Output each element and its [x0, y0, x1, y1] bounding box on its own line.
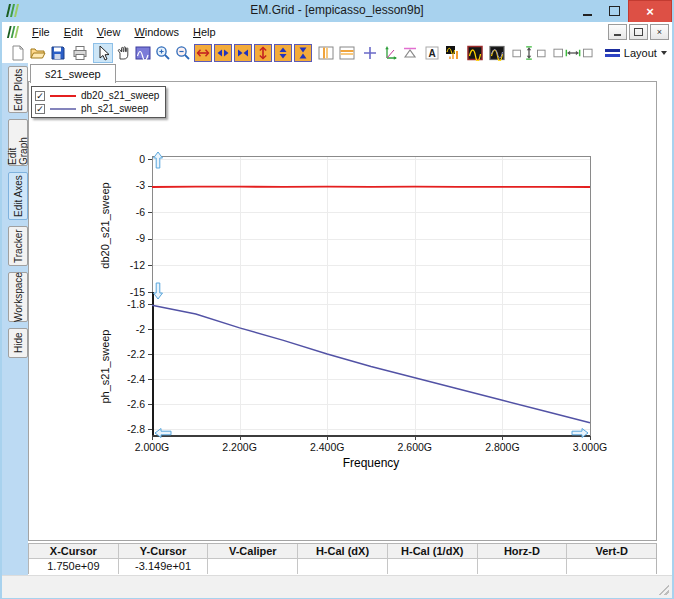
- menu-item-edit[interactable]: Edit: [57, 24, 90, 40]
- vertical-bands-icon: [318, 45, 334, 61]
- compress-x-axis-button[interactable]: [234, 44, 252, 62]
- status-value-cell: [388, 559, 478, 574]
- expand-y-axis-button[interactable]: [254, 44, 272, 62]
- select-cursor-icon: [95, 45, 111, 61]
- sidebar-tab-edit-plots[interactable]: Edit Plots: [8, 66, 28, 113]
- x-tick-label: 2.600G: [398, 441, 432, 453]
- sidebar-tab-edit-axes[interactable]: Edit Axes: [8, 172, 28, 220]
- axis-handle-middle[interactable]: [154, 283, 163, 299]
- menu-item-help[interactable]: Help: [186, 24, 223, 40]
- text-annotation-button[interactable]: A: [422, 43, 442, 63]
- status-header-cell: H-Cal (1/dX): [388, 544, 478, 559]
- toolbar: A Layout: [2, 41, 672, 64]
- print-button[interactable]: [70, 43, 90, 63]
- x-tick-label: 2.000G: [135, 441, 169, 453]
- vertical-bands-button[interactable]: [316, 43, 336, 63]
- layout-label: Layout: [624, 47, 657, 59]
- status-header-row: X-CursorY-CursorV-CaliperH-Cal (dX)H-Cal…: [29, 544, 656, 559]
- resize-grip-icon[interactable]: [658, 584, 669, 595]
- spread-x-axis-button[interactable]: [214, 44, 232, 62]
- y-tick-label: -12: [130, 259, 145, 271]
- expand-x-axis-button[interactable]: [194, 44, 212, 62]
- save-button[interactable]: [48, 43, 68, 63]
- menu-item-file[interactable]: File: [25, 24, 57, 40]
- minimize-button[interactable]: [574, 1, 601, 22]
- window-title: EM.Grid - [empicasso_lesson9b]: [0, 3, 674, 17]
- y-tick-label: -1.8: [127, 298, 145, 310]
- y-tick-label: -2.2: [127, 348, 145, 360]
- mdi-close-button[interactable]: ×: [650, 24, 669, 40]
- legend-item[interactable]: ✓ph_s21_sweep: [35, 102, 159, 115]
- pan-hand-icon: [115, 45, 131, 61]
- sidebar-tabs: Edit PlotsEdit GraphEdit AxesTrackerWork…: [2, 63, 28, 358]
- zoom-out-button[interactable]: [173, 43, 193, 63]
- layout-menu-button[interactable]: Layout: [600, 44, 672, 62]
- tick-marks: [148, 160, 591, 441]
- compress-y-icon: [296, 46, 310, 60]
- close-button[interactable]: ×: [628, 0, 672, 23]
- x-tick-label: 2.400G: [310, 441, 344, 453]
- mdi-restore-button[interactable]: [629, 24, 648, 40]
- sidebar-tab-tracker[interactable]: Tracker: [8, 226, 28, 266]
- menu-items: FileEditViewWindowsHelp: [25, 24, 223, 40]
- crosshair-button[interactable]: [360, 43, 380, 63]
- legend-item[interactable]: ✓db20_s21_sweep: [35, 89, 159, 102]
- horizontal-spacing-button[interactable]: [551, 43, 595, 63]
- status-value-cell: 1.750e+09: [29, 559, 119, 574]
- pan-tool-button[interactable]: [113, 43, 133, 63]
- caliper-button[interactable]: [400, 43, 420, 63]
- waveform-view-button[interactable]: [465, 43, 485, 63]
- chart-svg: 2.000G2.200G2.400G2.600G2.800G3.000G0-3-…: [29, 82, 656, 540]
- status-header-cell: H-Cal (dX): [298, 544, 388, 559]
- status-value-cell: -3.149e+01: [119, 559, 209, 574]
- zoom-region-tool-button[interactable]: [133, 43, 153, 63]
- spread-y-icon: [276, 46, 290, 60]
- sidebar-tab-hide[interactable]: Hide: [8, 328, 28, 358]
- status-bar: [2, 575, 672, 598]
- sidebar-tab-edit-graph[interactable]: Edit Graph: [8, 119, 28, 166]
- x-tick-label: 2.800G: [485, 441, 519, 453]
- vertical-spacing-button[interactable]: [510, 43, 548, 63]
- y-tick-label: -2.8: [127, 423, 145, 435]
- maximize-button[interactable]: [601, 1, 628, 22]
- status-header-cell: X-Cursor: [29, 544, 119, 559]
- waveform-alt-view-button[interactable]: [487, 43, 507, 63]
- legend-line-sample: [50, 95, 76, 97]
- checkbox-icon[interactable]: ✓: [35, 91, 45, 101]
- mdi-close-icon: ×: [657, 27, 662, 37]
- tab-s21-sweep[interactable]: s21_sweep: [30, 64, 116, 83]
- x-tick-label: 3.000G: [573, 441, 607, 453]
- app-window: EM.Grid - [empicasso_lesson9b] × FileEdi…: [0, 0, 674, 599]
- menu-item-windows[interactable]: Windows: [127, 24, 186, 40]
- y-tick-label: -3: [136, 179, 145, 191]
- mdi-minimize-button[interactable]: [608, 24, 627, 40]
- new-file-button[interactable]: [8, 43, 28, 63]
- histogram-view-button[interactable]: [443, 43, 463, 63]
- axes-tool-button[interactable]: [380, 43, 400, 63]
- expand-x-icon: [196, 46, 210, 60]
- status-value-cell: [567, 559, 656, 574]
- status-header-cell: Horz-D: [478, 544, 568, 559]
- checkbox-icon[interactable]: ✓: [35, 104, 45, 114]
- new-file-icon: [10, 45, 26, 61]
- menu-item-view[interactable]: View: [90, 24, 128, 40]
- open-file-button[interactable]: [28, 43, 48, 63]
- y-tick-label: 0: [139, 153, 145, 165]
- sidebar-tab-workspace[interactable]: Workspace: [8, 272, 28, 322]
- title-bar: EM.Grid - [empicasso_lesson9b] ×: [0, 0, 674, 22]
- select-tool-button[interactable]: [93, 43, 113, 63]
- x-axis-title: Frequency: [343, 456, 400, 470]
- histogram-icon: [445, 45, 461, 61]
- y-tick-label: -2: [136, 323, 145, 335]
- horizontal-bands-icon: [339, 45, 355, 61]
- status-value-cell: [478, 559, 568, 574]
- waveform-purple-icon: [489, 45, 505, 61]
- spread-y-axis-button[interactable]: [274, 44, 292, 62]
- compress-y-axis-button[interactable]: [294, 44, 312, 62]
- horizontal-spacing-icon: [553, 45, 593, 61]
- waveform-yellow-icon: [467, 45, 483, 61]
- zoom-in-button[interactable]: [153, 43, 173, 63]
- axes-icon: [382, 45, 398, 61]
- horizontal-bands-button[interactable]: [337, 43, 357, 63]
- y-tick-label: -6: [136, 206, 145, 218]
